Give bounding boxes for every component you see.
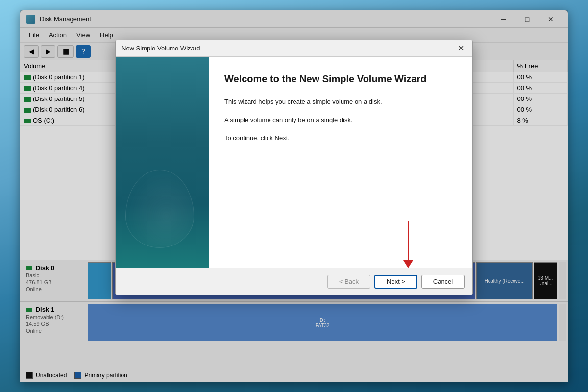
wizard-heading: Welcome to the New Simple Volume Wizard [224, 73, 457, 85]
wizard-close-button[interactable]: ✕ [455, 43, 466, 54]
next-button[interactable]: Next > [374, 275, 417, 289]
wizard-para-2: A simple volume can only be on a single … [224, 115, 457, 125]
wizard-title: New Simple Volume Wizard [122, 45, 455, 52]
main-window: Disk Management ─ □ ✕ File Action View H… [20, 10, 568, 382]
wizard-content: Welcome to the New Simple Volume Wizard … [209, 57, 472, 268]
cancel-button[interactable]: Cancel [421, 275, 465, 289]
wizard-para-1: This wizard helps you create a simple vo… [224, 97, 457, 107]
wizard-dialog: New Simple Volume Wizard ✕ Welcome to th… [115, 40, 473, 295]
wizard-para-3: To continue, click Next. [224, 133, 457, 144]
wizard-sidebar [116, 57, 209, 268]
wizard-body: Welcome to the New Simple Volume Wizard … [116, 57, 472, 268]
back-button[interactable]: < Back [327, 275, 370, 289]
wizard-footer: < Back Next > Cancel [116, 268, 472, 295]
modal-overlay: New Simple Volume Wizard ✕ Welcome to th… [20, 10, 568, 382]
wizard-sidebar-art [125, 170, 194, 248]
wizard-title-bar: New Simple Volume Wizard ✕ [116, 40, 472, 57]
